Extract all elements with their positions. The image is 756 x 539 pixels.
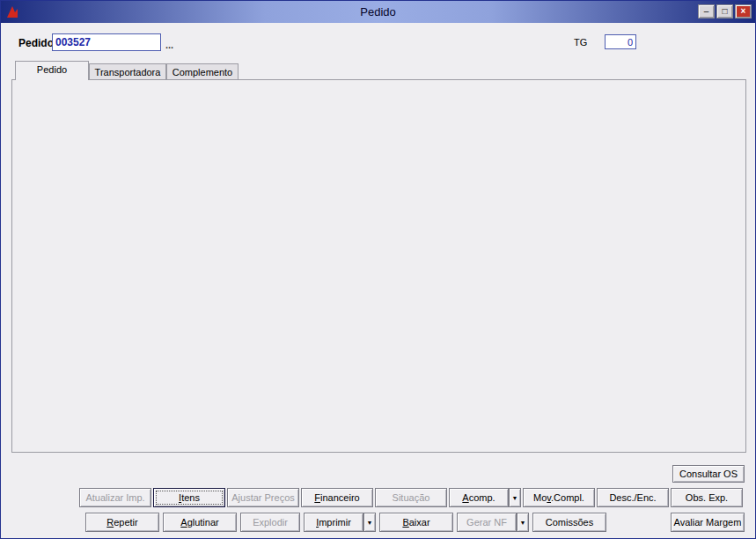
tab-transportadora[interactable]: Transportadora [89,63,166,80]
pedido-number-input[interactable] [52,33,161,51]
gerar-nf-dropdown-icon[interactable]: ▼ [517,513,529,532]
mov-compl-button[interactable]: Mov.Compl. [523,488,595,507]
tg-input[interactable] [605,34,636,49]
imprimir-dropdown-icon[interactable]: ▼ [363,513,376,532]
aglutinar-button[interactable]: Aglutinar [163,513,237,532]
imprimir-button[interactable]: Imprimir [304,513,363,532]
pedido-label: Pedido [18,37,54,49]
consultar-os-button[interactable]: Consultar OS [672,465,745,483]
close-icon[interactable]: × [735,4,752,18]
title-bar: Pedido – □ × [1,1,755,23]
tg-label: TG [574,37,587,48]
repetir-button[interactable]: Repetir [85,513,159,532]
window-title: Pedido [1,5,755,18]
financeiro-button[interactable]: Financeiro [301,488,373,507]
acomp-dropdown-icon[interactable]: ▼ [509,488,521,507]
avaliar-margem-button[interactable]: Avaliar Margem [671,513,745,532]
action-row-2: Repetir Aglutinar Explodir Imprimir ▼ Ba… [85,513,606,532]
comissoes-button[interactable]: Comissões [532,513,606,532]
tab-pedido[interactable]: Pedido [15,61,89,80]
baixar-button[interactable]: Baixar [379,513,453,532]
atualizar-imp-button[interactable]: Atualizar Imp. [79,488,151,507]
obs-exp-button[interactable]: Obs. Exp. [671,488,743,507]
tab-complemento[interactable]: Complemento [166,63,239,80]
ajustar-precos-button[interactable]: Ajustar Preços [227,488,299,507]
situacao-button[interactable]: Situação [375,488,447,507]
gerar-nf-button[interactable]: Gerar NF [457,513,517,532]
itens-button[interactable]: Itens [153,488,225,507]
desc-enc-button[interactable]: Desc./Enc. [597,488,669,507]
acomp-button[interactable]: Acomp. [449,488,509,507]
explodir-button[interactable]: Explodir [240,513,300,532]
minimize-icon[interactable]: – [698,4,715,18]
maximize-icon[interactable]: □ [716,4,733,18]
tab-page-pedido [11,79,746,453]
pedido-lookup-button[interactable]: ... [165,40,173,50]
action-row-1: Atualizar Imp. Itens Ajustar Preços Fina… [79,488,743,507]
pedido-window: Pedido – □ × Pedido ... TG Pedido Transp… [0,0,756,539]
